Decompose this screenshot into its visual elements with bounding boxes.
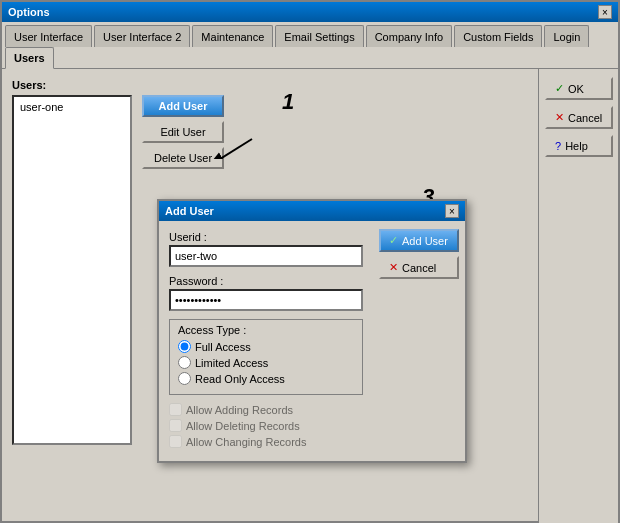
password-label: Password : bbox=[169, 275, 363, 287]
access-type-group: Access Type : Full Access Limited Access bbox=[169, 319, 363, 395]
users-list[interactable]: user-one bbox=[12, 95, 132, 445]
add-user-dialog: Add User × Userid : Password : bbox=[157, 199, 467, 463]
window-close-button[interactable]: × bbox=[598, 5, 612, 19]
dialog-title-bar: Add User × bbox=[159, 201, 465, 221]
dialog-cancel-button[interactable]: ✕ Cancel bbox=[379, 256, 459, 279]
radio-readonly-access-label: Read Only Access bbox=[195, 373, 285, 385]
radio-limited-access-input[interactable] bbox=[178, 356, 191, 369]
window-title: Options bbox=[8, 6, 50, 18]
radio-readonly-access-input[interactable] bbox=[178, 372, 191, 385]
tab-custom-fields[interactable]: Custom Fields bbox=[454, 25, 542, 47]
dialog-title-text: Add User bbox=[165, 205, 214, 217]
checkbox-changing-row: Allow Changing Records bbox=[169, 435, 363, 448]
checkbox-deleting-row: Allow Deleting Records bbox=[169, 419, 363, 432]
check-icon: ✓ bbox=[389, 234, 398, 247]
help-icon: ? bbox=[555, 140, 561, 152]
password-input[interactable] bbox=[169, 289, 363, 311]
checkbox-adding-input bbox=[169, 403, 182, 416]
tab-user-interface-2[interactable]: User Interface 2 bbox=[94, 25, 190, 47]
radio-full-access-label: Full Access bbox=[195, 341, 251, 353]
tab-maintenance[interactable]: Maintenance bbox=[192, 25, 273, 47]
userid-input[interactable] bbox=[169, 245, 363, 267]
delete-user-button[interactable]: Delete User bbox=[142, 147, 224, 169]
cancel-label: Cancel bbox=[568, 112, 602, 124]
cancel-x-icon: ✕ bbox=[555, 111, 564, 124]
radio-readonly-access: Read Only Access bbox=[178, 372, 354, 385]
userid-field-row: Userid : bbox=[169, 231, 363, 267]
password-field-row: Password : bbox=[169, 275, 363, 311]
help-button[interactable]: ? Help bbox=[545, 135, 613, 157]
title-bar: Options × bbox=[2, 2, 618, 22]
tabs-container: User Interface User Interface 2 Maintena… bbox=[2, 22, 618, 69]
ok-button[interactable]: ✓ OK bbox=[545, 77, 613, 100]
checkbox-deleting-input bbox=[169, 419, 182, 432]
cancel-button[interactable]: ✕ Cancel bbox=[545, 106, 613, 129]
dialog-add-user-label: Add User bbox=[402, 235, 448, 247]
options-window: Options × User Interface User Interface … bbox=[0, 0, 620, 523]
checkbox-changing-input bbox=[169, 435, 182, 448]
tab-users[interactable]: Users bbox=[5, 47, 54, 69]
radio-full-access: Full Access bbox=[178, 340, 354, 353]
dialog-cancel-label: Cancel bbox=[402, 262, 436, 274]
userid-label: Userid : bbox=[169, 231, 363, 243]
radio-limited-access-label: Limited Access bbox=[195, 357, 268, 369]
radio-limited-access: Limited Access bbox=[178, 356, 354, 369]
radio-full-access-input[interactable] bbox=[178, 340, 191, 353]
list-item[interactable]: user-one bbox=[16, 99, 128, 115]
tab-user-interface[interactable]: User Interface bbox=[5, 25, 92, 47]
tab-email-settings[interactable]: Email Settings bbox=[275, 25, 363, 47]
checkbox-adding-label: Allow Adding Records bbox=[186, 404, 293, 416]
users-label: Users: bbox=[12, 79, 528, 91]
edit-user-button[interactable]: Edit User bbox=[142, 121, 224, 143]
help-label: Help bbox=[565, 140, 588, 152]
right-panel: ✓ OK ✕ Cancel ? Help bbox=[538, 69, 618, 523]
content-area: Users: user-one Add User Edit User Delet… bbox=[2, 69, 618, 523]
dialog-close-button[interactable]: × bbox=[445, 204, 459, 218]
access-type-label: Access Type : bbox=[178, 324, 354, 336]
tab-company-info[interactable]: Company Info bbox=[366, 25, 452, 47]
checkbox-changing-label: Allow Changing Records bbox=[186, 436, 306, 448]
dialog-content: Userid : Password : Access Type : bbox=[159, 221, 465, 461]
ok-check-icon: ✓ bbox=[555, 82, 564, 95]
dialog-buttons: ✓ Add User ✕ Cancel bbox=[373, 221, 465, 461]
dialog-add-user-button[interactable]: ✓ Add User bbox=[379, 229, 459, 252]
add-user-button[interactable]: Add User bbox=[142, 95, 224, 117]
checkbox-deleting-label: Allow Deleting Records bbox=[186, 420, 300, 432]
x-icon: ✕ bbox=[389, 261, 398, 274]
checkbox-adding-row: Allow Adding Records bbox=[169, 403, 363, 416]
main-panel: Users: user-one Add User Edit User Delet… bbox=[2, 69, 538, 523]
ok-label: OK bbox=[568, 83, 584, 95]
dialog-body: Userid : Password : Access Type : bbox=[159, 221, 373, 461]
tab-login[interactable]: Login bbox=[544, 25, 589, 47]
